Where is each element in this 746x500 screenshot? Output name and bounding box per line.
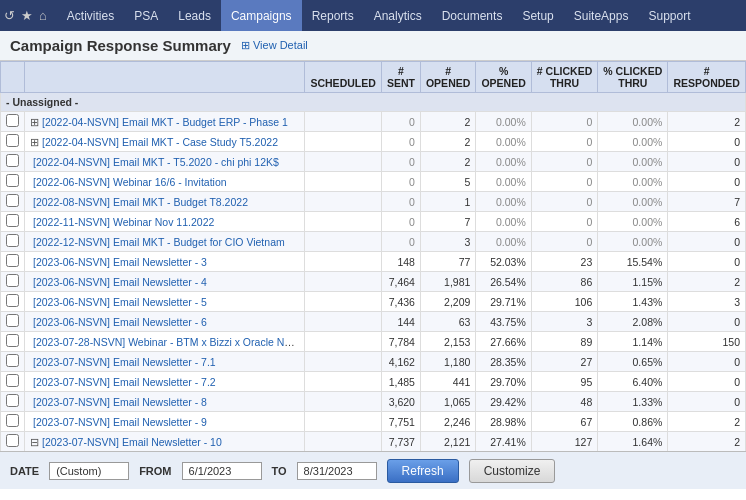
row-checkbox[interactable] <box>6 114 19 127</box>
page-title: Campaign Response Summary <box>10 37 231 54</box>
clicked-cell: 0 <box>531 152 598 172</box>
nav-reports[interactable]: Reports <box>302 0 364 31</box>
row-checkbox[interactable] <box>6 254 19 267</box>
col-opened: #OPENED <box>420 62 475 93</box>
sent-cell: 7,464 <box>381 272 420 292</box>
row-checkbox[interactable] <box>6 214 19 227</box>
star-icon[interactable]: ★ <box>21 8 33 23</box>
pct-opened-cell: 27.41% <box>476 432 531 452</box>
pct-clicked-cell: 1.33% <box>598 392 668 412</box>
checkbox-cell[interactable] <box>1 252 25 272</box>
nav-setup[interactable]: Setup <box>512 0 563 31</box>
responded-cell: 6 <box>668 212 746 232</box>
checkbox-cell[interactable] <box>1 272 25 292</box>
pct-clicked-cell: 0.00% <box>598 152 668 172</box>
checkbox-cell[interactable] <box>1 332 25 352</box>
pct-clicked-cell: 0.00% <box>598 192 668 212</box>
campaign-name: [2023-07-NSVN] Email Newsletter - 7.1 <box>25 352 305 372</box>
scheduled-cell <box>305 272 381 292</box>
row-checkbox[interactable] <box>6 334 19 347</box>
checkbox-cell[interactable] <box>1 132 25 152</box>
row-checkbox[interactable] <box>6 354 19 367</box>
nav-psa[interactable]: PSA <box>124 0 168 31</box>
checkbox-cell[interactable] <box>1 412 25 432</box>
history-icon[interactable]: ↺ <box>4 8 15 23</box>
row-checkbox[interactable] <box>6 434 19 447</box>
nav-activities[interactable]: Activities <box>57 0 124 31</box>
nav-analytics[interactable]: Analytics <box>364 0 432 31</box>
responded-cell: 0 <box>668 252 746 272</box>
responded-cell: 0 <box>668 372 746 392</box>
checkbox-cell[interactable] <box>1 192 25 212</box>
sent-cell: 0 <box>381 192 420 212</box>
col-pct-opened: %OPENED <box>476 62 531 93</box>
row-checkbox[interactable] <box>6 394 19 407</box>
checkbox-cell[interactable] <box>1 212 25 232</box>
expand-icon[interactable]: ⊞ <box>30 116 39 128</box>
pct-opened-cell: 52.03% <box>476 252 531 272</box>
scheduled-cell <box>305 152 381 172</box>
nav-suiteapps[interactable]: SuiteApps <box>564 0 639 31</box>
view-detail-link[interactable]: ⊞ View Detail <box>241 39 308 52</box>
row-checkbox[interactable] <box>6 234 19 247</box>
pct-clicked-cell: 0.00% <box>598 172 668 192</box>
scheduled-cell <box>305 252 381 272</box>
checkbox-cell[interactable] <box>1 392 25 412</box>
checkbox-cell[interactable] <box>1 312 25 332</box>
row-checkbox[interactable] <box>6 154 19 167</box>
row-checkbox[interactable] <box>6 174 19 187</box>
refresh-button[interactable]: Refresh <box>387 459 459 483</box>
opened-cell: 2 <box>420 132 475 152</box>
col-pct-clicked: % CLICKEDTHRU <box>598 62 668 93</box>
checkbox-cell[interactable] <box>1 172 25 192</box>
pct-clicked-cell: 0.00% <box>598 112 668 132</box>
opened-cell: 1,180 <box>420 352 475 372</box>
group-header-cell: - Unassigned - <box>1 93 746 112</box>
opened-cell: 2,209 <box>420 292 475 312</box>
nav-documents[interactable]: Documents <box>432 0 513 31</box>
from-field[interactable]: 6/1/2023 <box>182 462 262 480</box>
nav-support[interactable]: Support <box>638 0 700 31</box>
clicked-cell: 0 <box>531 212 598 232</box>
sent-cell: 1,485 <box>381 372 420 392</box>
checkbox-cell[interactable] <box>1 292 25 312</box>
clicked-cell: 0 <box>531 112 598 132</box>
home-icon[interactable]: ⌂ <box>39 8 47 23</box>
pct-clicked-cell: 15.54% <box>598 252 668 272</box>
clicked-cell: 0 <box>531 192 598 212</box>
opened-cell: 1 <box>420 192 475 212</box>
expand-icon[interactable]: ⊞ <box>30 136 39 148</box>
checkbox-cell[interactable] <box>1 372 25 392</box>
nav-leads[interactable]: Leads <box>168 0 221 31</box>
row-checkbox[interactable] <box>6 134 19 147</box>
checkbox-cell[interactable] <box>1 112 25 132</box>
clicked-cell: 67 <box>531 412 598 432</box>
clicked-cell: 3 <box>531 312 598 332</box>
row-checkbox[interactable] <box>6 414 19 427</box>
date-label: DATE <box>10 465 39 477</box>
row-checkbox[interactable] <box>6 294 19 307</box>
sent-cell: 144 <box>381 312 420 332</box>
responded-cell: 2 <box>668 112 746 132</box>
col-name <box>25 62 305 93</box>
campaign-name: [2023-06-NSVN] Email Newsletter - 4 <box>25 272 305 292</box>
responded-cell: 0 <box>668 352 746 372</box>
row-checkbox[interactable] <box>6 374 19 387</box>
checkbox-cell[interactable] <box>1 232 25 252</box>
scheduled-cell <box>305 292 381 312</box>
expand-icon[interactable]: ⊟ <box>30 436 39 448</box>
campaign-name: [2022-08-NSVN] Email MKT - Budget T8.202… <box>25 192 305 212</box>
row-checkbox[interactable] <box>6 314 19 327</box>
row-checkbox[interactable] <box>6 194 19 207</box>
responded-cell: 0 <box>668 172 746 192</box>
pct-opened-cell: 43.75% <box>476 312 531 332</box>
nav-campaigns[interactable]: Campaigns <box>221 0 302 31</box>
checkbox-cell[interactable] <box>1 432 25 452</box>
campaign-name: [2023-07-NSVN] Email Newsletter - 8 <box>25 392 305 412</box>
checkbox-cell[interactable] <box>1 352 25 372</box>
scheduled-cell <box>305 412 381 432</box>
to-field[interactable]: 8/31/2023 <box>297 462 377 480</box>
checkbox-cell[interactable] <box>1 152 25 172</box>
customize-button[interactable]: Customize <box>469 459 556 483</box>
row-checkbox[interactable] <box>6 274 19 287</box>
